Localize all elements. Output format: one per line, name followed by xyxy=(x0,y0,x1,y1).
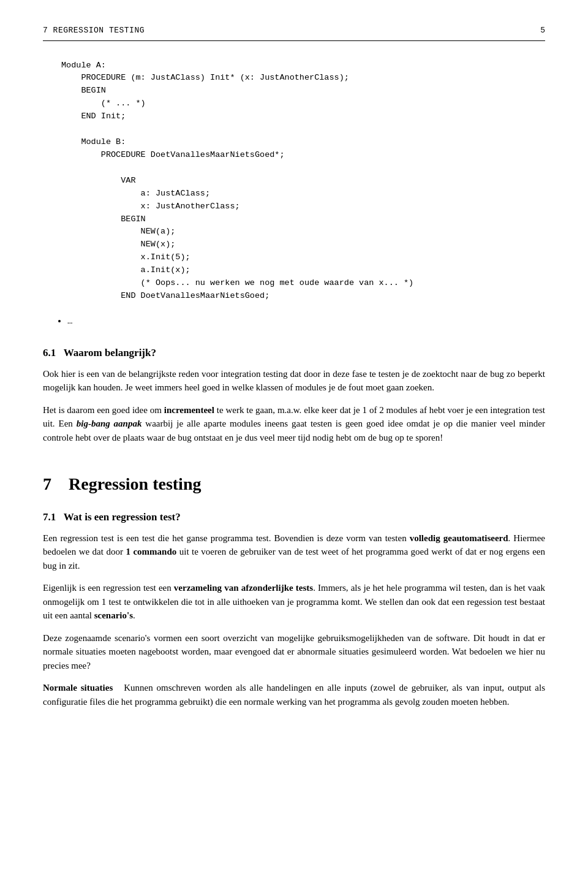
section-61-number: 6.1 xyxy=(43,347,56,359)
section-71-para-3: Deze zogenaamde scenario's vormen een so… xyxy=(43,631,545,673)
section-61-para-2: Het is daarom een goed idee om increment… xyxy=(43,403,545,445)
section-61-para-1: Ook hier is een van de belangrijkste red… xyxy=(43,367,545,395)
section-71-heading: 7.1 Wat is een regression test? xyxy=(43,509,545,525)
code-block: Module A: PROCEDURE (m: JustAClass) Init… xyxy=(43,59,545,303)
bold-1commando: 1 commando xyxy=(126,547,176,556)
chapter-7-heading: 7 Regression testing xyxy=(43,471,545,497)
section-61-title: Waarom belangrijk? xyxy=(64,347,156,359)
page-header: 7 REGRESSION TESTING 5 xyxy=(43,25,545,41)
list-item: … xyxy=(67,315,545,328)
section-71-para-4: Normale situaties Kunnen omschreven word… xyxy=(43,681,545,708)
bold-scenarios: scenario's xyxy=(94,610,133,620)
bullet-list: … xyxy=(67,315,545,328)
section-71-title: Wat is een regression test? xyxy=(64,511,181,523)
bold-volledig: volledig geautomatiseerd xyxy=(410,533,508,543)
chapter-7: 7 Regression testing 7.1 Wat is een regr… xyxy=(43,471,545,708)
page: 7 REGRESSION TESTING 5 Module A: PROCEDU… xyxy=(0,0,588,896)
bold-normale-situaties: Normale situaties xyxy=(43,683,113,693)
section-7-1: 7.1 Wat is een regression test? Een regr… xyxy=(43,509,545,708)
header-chapter-label: 7 REGRESSION TESTING xyxy=(43,25,145,37)
bold-incrementeel: incrementeel xyxy=(164,405,214,415)
section-61-heading: 6.1 Waarom belangrijk? xyxy=(43,345,545,361)
italic-bigbang: big-bang aanpak xyxy=(77,419,142,428)
chapter-7-title: Regression testing xyxy=(69,474,201,493)
section-6-1: 6.1 Waarom belangrijk? Ook hier is een v… xyxy=(43,345,545,444)
section-71-para-2: Eigenlijk is een regression test een ver… xyxy=(43,581,545,623)
bold-verzameling: verzameling van afzonderlijke tests xyxy=(174,583,313,593)
chapter-7-number: 7 xyxy=(43,474,51,493)
section-71-number: 7.1 xyxy=(43,511,56,523)
header-page-number: 5 xyxy=(540,25,545,37)
section-71-para-1: Een regression test is een test die het … xyxy=(43,531,545,573)
